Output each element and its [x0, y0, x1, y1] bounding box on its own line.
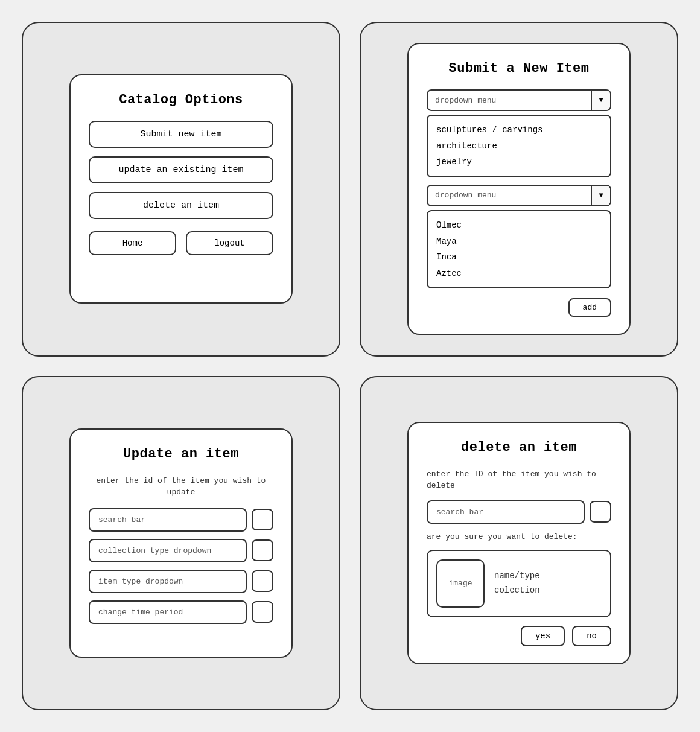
update-item-inner: Update an item enter the id of the item … [69, 428, 293, 658]
time-period-row: change time period [89, 600, 273, 624]
delete-item-inner: delete an item enter the ID of the item … [407, 422, 631, 664]
delete-search-submit-button[interactable] [590, 501, 611, 523]
update-description: enter the id of the item you wish to upd… [89, 475, 273, 498]
list-item: architecture [436, 138, 602, 154]
catalog-title: Catalog Options [119, 92, 243, 107]
catalog-bottom-actions: Home logout [89, 231, 273, 255]
type-dropdown-arrow[interactable]: ▼ [591, 91, 610, 110]
item-info-text: name/type colection [494, 569, 602, 598]
type-dropdown-row[interactable]: dropdown menu ▼ [427, 89, 611, 111]
delete-title: delete an item [461, 440, 577, 455]
list-item: Maya [436, 234, 602, 250]
list-item: Aztec [436, 266, 602, 282]
culture-dropdown-label: dropdown menu [428, 186, 591, 204]
item-name-type: name/type [494, 569, 602, 584]
submit-new-item-inner: Submit a New Item dropdown menu ▼ sculpt… [407, 43, 631, 335]
type-dropdown-label: dropdown menu [428, 92, 591, 109]
confirm-delete-text: are you sure you want to delete: [427, 532, 611, 541]
no-delete-button[interactable]: no [572, 626, 611, 646]
update-existing-item-button[interactable]: update an existing item [89, 156, 273, 183]
list-item: Inca [436, 249, 602, 266]
submit-title: Submit a New Item [449, 61, 590, 76]
delete-item-button[interactable]: delete an item [89, 192, 273, 219]
list-item: jewelry [436, 154, 602, 170]
update-item-panel: Update an item enter the id of the item … [22, 376, 340, 711]
submit-new-item-button[interactable]: Submit new item [89, 121, 273, 148]
update-search-input[interactable]: search bar [89, 508, 247, 532]
delete-item-panel: delete an item enter the ID of the item … [360, 376, 678, 711]
add-button[interactable]: add [568, 298, 611, 317]
item-preview-box: image name/type colection [427, 550, 611, 617]
submit-new-item-panel: Submit a New Item dropdown menu ▼ sculpt… [360, 22, 678, 357]
yes-delete-button[interactable]: yes [521, 626, 565, 646]
list-item: Olmec [436, 217, 602, 234]
collection-dropdown-row: collection type dropdown [89, 539, 273, 562]
collection-dropdown-button[interactable] [252, 539, 273, 561]
culture-dropdown-row[interactable]: dropdown menu ▼ [427, 185, 611, 206]
delete-description: enter the ID of the item you wish to del… [427, 468, 611, 492]
update-search-submit-button[interactable] [252, 509, 273, 530]
culture-dropdown-arrow[interactable]: ▼ [591, 186, 610, 205]
catalog-options-inner: Catalog Options Submit new item update a… [69, 74, 293, 304]
type-list-box: sculptures / carvings architecture jewel… [427, 115, 611, 177]
item-image-placeholder: image [436, 559, 485, 608]
culture-list-box: Olmec Maya Inca Aztec [427, 210, 611, 288]
home-button[interactable]: Home [89, 231, 176, 255]
collection-type-dropdown[interactable]: collection type dropdown [89, 539, 247, 562]
confirm-delete-buttons: yes no [427, 626, 611, 646]
item-collection: colection [494, 584, 602, 598]
item-type-dropdown[interactable]: item type dropdown [89, 570, 247, 593]
item-type-dropdown-row: item type dropdown [89, 570, 273, 593]
change-time-period-dropdown[interactable]: change time period [89, 600, 247, 624]
item-type-dropdown-button[interactable] [252, 570, 273, 592]
update-search-row: search bar [89, 508, 273, 532]
update-title: Update an item [123, 447, 239, 462]
catalog-options-panel: Catalog Options Submit new item update a… [22, 22, 340, 357]
delete-search-row: search bar [427, 500, 611, 524]
logout-button[interactable]: logout [186, 231, 273, 255]
list-item: sculptures / carvings [436, 122, 602, 138]
delete-search-input[interactable]: search bar [427, 500, 585, 524]
time-period-button[interactable] [252, 601, 273, 623]
